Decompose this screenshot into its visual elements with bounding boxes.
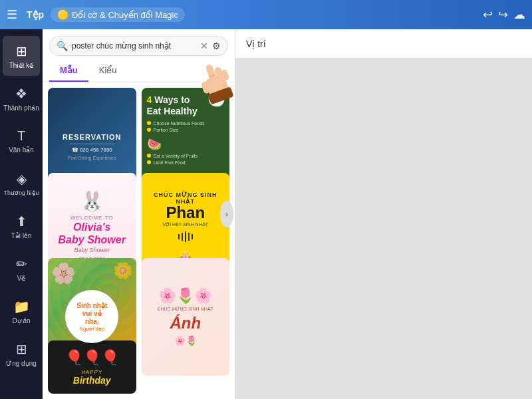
eh-dot-2 [147,128,151,132]
food-emoji-top: 🥗 [207,92,225,109]
sidebar-item-du-an[interactable]: 📁 Dự án [3,291,40,331]
bs-event: Baby Shower [74,247,110,253]
tabs: Mẫu Kiểu [43,60,235,82]
sidebar-item-tai-len[interactable]: ⬆ Tải lên [3,206,40,246]
search-bar: 🔍 ✕ ⚙ [49,36,228,56]
sidebar: ⊞ Thiết kế ❖ Thành phần T Văn bản ◈ Thươ… [0,29,43,399]
food-img-mid: 🍉 [147,137,225,152]
sidebar-label-ung-dung: Ứng dụng [6,360,37,367]
eat-healthy-number: 4 [147,94,155,105]
sn-circle: Sinh nhậtvui vẻnha, Người đẹp [65,290,118,343]
hb-balloons: 🎈🎈🎈 [65,349,119,366]
search-icon: 🔍 [57,41,68,51]
bs-name: Olivia'sBaby Shower [59,221,126,246]
eh-label-4: Limit Fast Food [154,160,186,165]
sidebar-item-ve[interactable]: ✏ Vẽ [3,249,40,289]
anh-flowers: 🌸🌷🌸 [158,287,212,305]
bp-header: CHÚC MỪNG SINH NHẬT [148,192,223,205]
magic-button[interactable]: 🟡 Đổi cờ & Chuyển đổi Magic [51,7,185,22]
eh-item-1: Choose Nutritious Foods [147,121,225,126]
flower-tl: 🌸 [51,261,76,285]
template-card-anh[interactable]: 🌸🌷🌸 CHÚC MỪNG SINH NHẬT Ánh 🌸🌷 [142,258,230,376]
eh-label-1: Choose Nutritious Foods [154,121,205,126]
sn-sub: Người đẹp [79,326,104,332]
ray-1 [178,234,180,239]
sidebar-item-van-ban[interactable]: T Văn bản [3,121,40,161]
elements-icon: ❖ [15,86,27,102]
ray-2 [182,233,183,241]
reservation-divider [70,144,115,144]
bp-rays [178,231,193,242]
sidebar-item-thiet-ke[interactable]: ⊞ Thiết kế [3,36,40,76]
ray-4 [188,233,190,241]
eh-item-4: Limit Fast Food [147,160,225,165]
redo-button[interactable]: ↪ [498,7,508,22]
clear-search-button[interactable]: ✕ [200,41,208,51]
search-area: 🔍 ✕ ⚙ [43,29,235,60]
cloud-button[interactable]: ☁ [513,7,525,22]
sidebar-label-du-an: Dự án [12,317,30,325]
sidebar-label-thiet-ke: Thiết kế [9,62,33,69]
upload-icon: ⬆ [16,213,27,229]
filter-button[interactable]: ⚙ [212,41,221,51]
template-card-happy-birthday[interactable]: 🎈🎈🎈 HAPPY Birthday [48,340,136,394]
eh-label-3: Eat a Variety of Fruits [154,154,198,158]
anh-header: CHÚC MỪNG SINH NHẬT [158,307,214,312]
magic-text: Đổi cờ & Chuyển đổi Magic [72,10,178,20]
right-panel-header: Vị trí [235,29,532,59]
brand-icon: ◈ [17,171,27,187]
eh-item-2: Portion Size [147,128,225,132]
bs-welcome-text: WELCOME TO [70,215,113,221]
sidebar-label-thuong-hieu: Thương hiệu [3,190,39,196]
file-menu[interactable]: Tệp [27,9,44,20]
bp-name: Phan [166,205,205,221]
search-input[interactable] [72,41,196,51]
reservation-title: RESERVATION [63,133,122,141]
undo-button[interactable]: ↩ [483,7,493,22]
design-icon: ⊞ [16,43,27,59]
anh-flowers-bottom: 🌸🌷 [174,335,197,346]
sidebar-label-van-ban: Văn bản [9,146,34,154]
draw-icon: ✏ [16,256,27,272]
text-icon: T [17,128,25,144]
eh-dot-1 [147,121,151,125]
reservation-phone: ☎ 028 456 7890 [72,147,112,153]
ray-3 [185,231,186,242]
hb-happy: HAPPY [81,369,102,375]
right-panel: Vị trí [235,29,532,399]
menu-icon[interactable]: ☰ [7,7,17,22]
canvas-area[interactable] [235,59,532,399]
eh-item-3: Eat a Variety of Fruits [147,154,225,158]
ray-5 [192,234,193,239]
position-label: Vị trí [246,39,266,49]
bp-sub: VỚI HÉT SINH NHẬT [163,222,208,227]
food-emoji-mid: 🍉 [147,138,162,151]
sidebar-item-thuong-hieu[interactable]: ◈ Thương hiệu [3,164,40,203]
sn-text: Sinh nhậtvui vẻnha, [76,302,107,326]
nav-icons: ↩ ↪ ☁ [483,7,525,22]
sidebar-item-thanh-phan[interactable]: ❖ Thành phần [3,78,40,118]
anh-name: Ánh [170,314,201,332]
eh-label-2: Portion Size [154,128,179,132]
reservation-tagline: Fine Dining Experience [68,156,116,160]
tab-kieu[interactable]: Kiểu [88,60,128,82]
tab-mau[interactable]: Mẫu [49,60,88,82]
sidebar-label-ve: Vẽ [17,275,26,282]
main-layout: ⊞ Thiết kế ❖ Thành phần T Văn bản ◈ Thươ… [0,29,532,399]
sidebar-item-ung-dung[interactable]: ⊞ Ứng dụng [3,334,40,374]
topbar: ☰ Tệp 🟡 Đổi cờ & Chuyển đổi Magic ↩ ↪ ☁ [0,0,532,29]
sidebar-label-thanh-phan: Thành phần [3,104,39,112]
hb-birthday: Birthday [73,375,111,386]
template-grid: RESERVATION ☎ 028 456 7890 Fine Dining E… [43,82,235,399]
eh-dot-3 [147,154,151,158]
eh-dot-4 [147,160,151,164]
coin-icon: 🟡 [57,9,68,20]
bunny-icon: 🐰 [80,190,104,212]
flower-tr: 🌼 [113,261,133,280]
app-icon: ⊞ [16,341,27,357]
eat-healthy-items: Choose Nutritious Foods Portion Size 🍉 E… [147,121,225,165]
left-panel: 🔍 ✕ ⚙ Mẫu Kiểu RESERVATION ☎ 028 456 789… [43,29,235,399]
scroll-arrow[interactable]: › [220,201,233,227]
project-icon: 📁 [13,299,30,315]
sidebar-label-tai-len: Tải lên [11,232,31,239]
